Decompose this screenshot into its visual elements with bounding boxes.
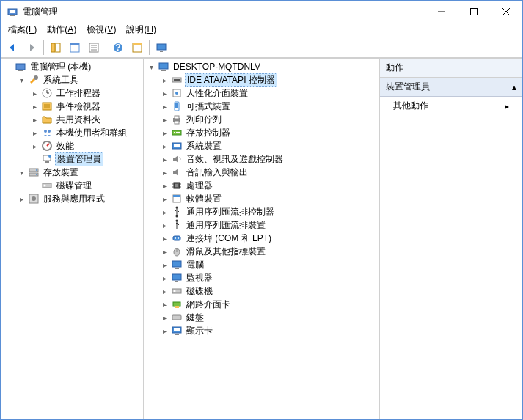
device-usb-controllers[interactable]: ▸通用序列匯流排控制器 <box>158 205 378 218</box>
device-computer[interactable]: ▸電腦 <box>158 258 378 271</box>
svg-rect-7 <box>51 43 55 52</box>
expand-icon[interactable]: ▸ <box>160 75 169 84</box>
port-icon <box>171 232 183 244</box>
device-software[interactable]: ▸軟體裝置 <box>158 192 378 205</box>
expand-icon[interactable]: ▸ <box>160 141 169 150</box>
expand-icon[interactable]: ▸ <box>160 115 169 124</box>
expand-icon[interactable]: ▸ <box>160 181 169 190</box>
svg-rect-10 <box>70 43 79 45</box>
actions-section[interactable]: 裝置管理員 ▴ <box>380 78 522 97</box>
menu-action[interactable]: 動作(A) <box>43 22 81 37</box>
system-icon <box>171 140 183 152</box>
usb-icon <box>171 206 183 218</box>
expand-icon[interactable]: ▸ <box>160 128 169 137</box>
expand-icon[interactable]: ▸ <box>160 102 169 111</box>
forward-button[interactable] <box>23 39 40 56</box>
device-hid[interactable]: ▸人性化介面裝置 <box>158 86 378 100</box>
tree-event-viewer[interactable]: ▸事件檢視器 <box>29 100 142 113</box>
tree-performance[interactable]: ▸效能 <box>29 139 142 152</box>
expand-icon[interactable]: ▸ <box>160 287 169 295</box>
expand-icon[interactable]: ▸ <box>160 168 169 177</box>
expand-icon[interactable]: ▸ <box>160 194 169 203</box>
refresh-icon[interactable] <box>85 39 103 56</box>
tree-shared-folders[interactable]: ▸共用資料夾 <box>29 113 142 126</box>
svg-rect-87 <box>175 317 176 317</box>
svg-rect-20 <box>160 51 163 52</box>
svg-rect-62 <box>175 184 178 187</box>
expand-icon[interactable]: ▸ <box>160 326 169 335</box>
expand-icon[interactable]: ▸ <box>30 128 39 137</box>
expand-icon[interactable]: ▸ <box>30 102 39 111</box>
device-root[interactable]: ▾ DESKTOP-MQTDNLV <box>145 60 378 73</box>
portable-icon <box>171 100 183 112</box>
device-portable[interactable]: ▸可攜式裝置 <box>158 100 378 113</box>
device-processors[interactable]: ▸處理器 <box>158 179 378 192</box>
collapse-icon[interactable]: ▾ <box>17 75 26 84</box>
svg-point-43 <box>32 196 36 201</box>
svg-point-74 <box>178 237 179 239</box>
properties-button[interactable] <box>66 39 84 56</box>
device-system-devices[interactable]: ▸系統裝置 <box>158 139 378 152</box>
menu-file[interactable]: 檔案(F) <box>4 22 41 37</box>
tree-root-computer-management[interactable]: 電腦管理 (本機) <box>2 60 142 73</box>
device-keyboard[interactable]: ▸鍵盤 <box>158 311 378 324</box>
expand-icon[interactable]: ▸ <box>160 207 169 216</box>
maximize-button[interactable] <box>458 1 490 22</box>
device-mouse[interactable]: ▸滑鼠及其他指標裝置 <box>158 245 378 258</box>
menu-help[interactable]: 說明(H) <box>122 22 161 37</box>
expand-icon[interactable]: ▸ <box>160 221 169 229</box>
tree-services-apps[interactable]: ▸服務與應用程式 <box>15 192 142 205</box>
device-usb-devices[interactable]: ▸通用序列匯流排裝置 <box>158 218 378 232</box>
storage-ctrl-icon <box>171 127 183 139</box>
device-disk-drive[interactable]: ▸磁碟機 <box>158 284 378 298</box>
users-icon <box>41 127 53 139</box>
expand-icon[interactable]: ▸ <box>160 247 169 256</box>
device-network[interactable]: ▸網路介面卡 <box>158 298 378 311</box>
device-storage-controller[interactable]: ▸存放控制器 <box>158 126 378 139</box>
actions-more[interactable]: 其他動作 ▸ <box>380 97 522 115</box>
svg-point-71 <box>176 220 178 222</box>
device-monitor[interactable]: ▸監視器 <box>158 271 378 284</box>
tree-device-manager[interactable]: 裝置管理員 <box>29 152 142 166</box>
device-display-adapter[interactable]: ▸顯示卡 <box>158 324 378 337</box>
expand-icon[interactable]: ▸ <box>160 155 169 163</box>
device-print-queue[interactable]: ▸列印佇列 <box>158 113 378 126</box>
expand-icon[interactable]: ▸ <box>160 234 169 243</box>
tree-system-tools[interactable]: ▾ 系統工具 <box>15 73 142 86</box>
expand-icon[interactable]: ▸ <box>30 115 39 124</box>
svg-rect-1 <box>10 10 15 13</box>
svg-rect-8 <box>56 43 60 52</box>
close-button[interactable] <box>490 1 522 22</box>
expand-icon[interactable]: ▸ <box>160 313 169 322</box>
expand-icon[interactable]: ▸ <box>160 273 169 282</box>
expand-icon[interactable]: ▸ <box>30 89 39 97</box>
menu-view[interactable]: 檢視(V) <box>82 22 120 37</box>
collapse-up-icon: ▴ <box>512 82 516 92</box>
tree-task-scheduler[interactable]: ▸工作排程器 <box>29 86 142 100</box>
device-ports[interactable]: ▸連接埠 (COM 和 LPT) <box>158 232 378 245</box>
ide-icon <box>171 74 183 86</box>
device-sound-video[interactable]: ▸音效、視訊及遊戲控制器 <box>158 152 378 166</box>
tree-storage[interactable]: ▾ 存放裝置 <box>15 166 142 179</box>
device-audio-io[interactable]: ▸音訊輸入與輸出 <box>158 166 378 179</box>
expand-icon[interactable]: ▸ <box>17 194 26 203</box>
collapse-icon[interactable]: ▾ <box>17 168 26 177</box>
monitor-icon[interactable] <box>153 39 170 56</box>
back-button[interactable] <box>4 39 21 56</box>
monitor-icon <box>171 272 183 284</box>
collapse-icon[interactable]: ▾ <box>147 62 156 71</box>
toolbar-button-a[interactable] <box>128 39 146 56</box>
expand-icon[interactable]: ▸ <box>160 300 169 309</box>
expand-icon[interactable]: ▸ <box>30 141 39 150</box>
expand-icon[interactable]: ▸ <box>160 260 169 269</box>
computer-icon <box>158 61 169 73</box>
show-hide-tree-button[interactable] <box>47 39 65 56</box>
svg-point-30 <box>44 130 47 133</box>
svg-point-73 <box>175 237 176 239</box>
minimize-button[interactable] <box>425 1 458 22</box>
tree-disk-management[interactable]: 磁碟管理 <box>29 179 142 192</box>
expand-icon[interactable]: ▸ <box>160 89 169 97</box>
help-button[interactable]: ? <box>109 39 127 56</box>
device-ide-atapi[interactable]: ▸IDE ATA/ATAPI 控制器 <box>158 73 378 86</box>
tree-local-users[interactable]: ▸本機使用者和群組 <box>29 126 142 139</box>
